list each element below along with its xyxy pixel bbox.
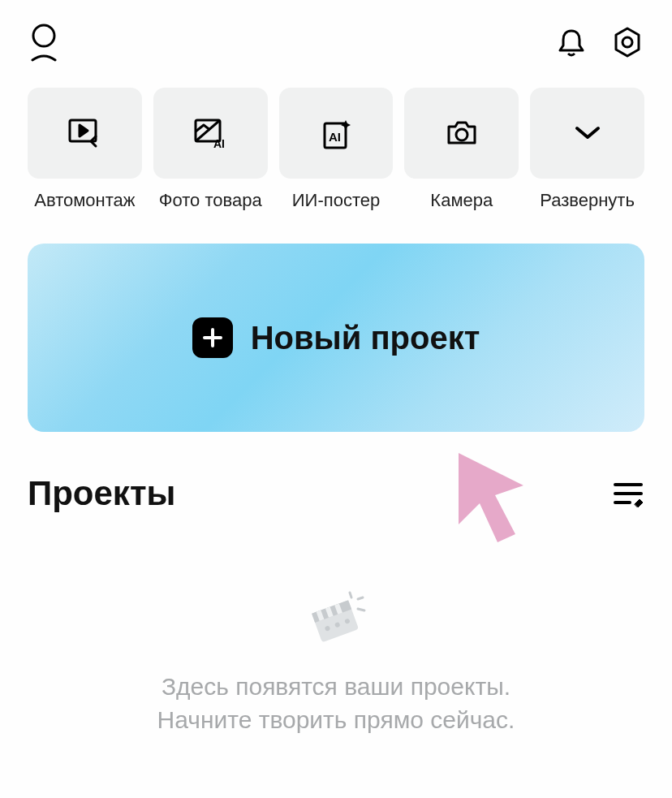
- edit-list-button[interactable]: [612, 480, 644, 507]
- empty-line1: Здесь появятся ваши проекты.: [157, 671, 515, 704]
- new-project-label: Новый проект: [251, 320, 480, 356]
- notifications-button[interactable]: [555, 26, 588, 58]
- tools-row: Автомонтаж AI Фото товара AI ИИ-постер: [0, 62, 672, 211]
- plus-icon: [192, 317, 233, 358]
- tool-tile: [404, 88, 519, 179]
- automontage-icon: [67, 117, 102, 149]
- tool-tile: [530, 88, 644, 179]
- svg-text:AI: AI: [329, 130, 341, 144]
- film-clapper-icon: [299, 584, 373, 649]
- settings-button[interactable]: [610, 25, 644, 59]
- new-project-button[interactable]: Новый проект: [28, 244, 644, 432]
- profile-icon: [28, 23, 60, 62]
- empty-line2: Начните творить прямо сейчас.: [157, 704, 515, 737]
- chevron-down-icon: [574, 125, 601, 141]
- tool-automontage[interactable]: Автомонтаж: [28, 88, 142, 211]
- tool-tile: AI: [279, 88, 394, 179]
- svg-point-1: [622, 37, 632, 47]
- profile-button[interactable]: [28, 23, 60, 62]
- camera-icon: [444, 117, 480, 149]
- settings-hex-icon: [610, 25, 644, 59]
- ai-poster-icon: AI: [318, 115, 354, 151]
- tool-label: Развернуть: [540, 190, 635, 211]
- tool-tile: AI: [153, 88, 268, 179]
- tool-label: Автомонтаж: [34, 190, 135, 211]
- tool-camera[interactable]: Камера: [404, 88, 519, 211]
- edit-list-icon: [612, 480, 644, 507]
- tool-ai-poster[interactable]: AI ИИ-постер: [279, 88, 394, 211]
- svg-point-0: [33, 25, 54, 46]
- empty-state: Здесь появятся ваши проекты. Начните тво…: [0, 584, 672, 736]
- tool-product-photo[interactable]: AI Фото товара: [153, 88, 268, 211]
- tool-tile: [28, 88, 142, 179]
- tool-label: Камера: [430, 190, 493, 211]
- empty-state-text: Здесь появятся ваши проекты. Начните тво…: [157, 671, 515, 736]
- svg-point-7: [456, 129, 467, 140]
- tool-label: ИИ-постер: [292, 190, 380, 211]
- tool-label: Фото товара: [159, 190, 262, 211]
- header: [0, 0, 672, 62]
- projects-header: Проекты: [0, 432, 672, 513]
- bell-icon: [555, 26, 588, 58]
- product-photo-icon: AI: [192, 117, 228, 149]
- svg-text:AI: AI: [213, 137, 225, 149]
- tool-expand[interactable]: Развернуть: [530, 88, 644, 211]
- projects-title: Проекты: [28, 474, 175, 513]
